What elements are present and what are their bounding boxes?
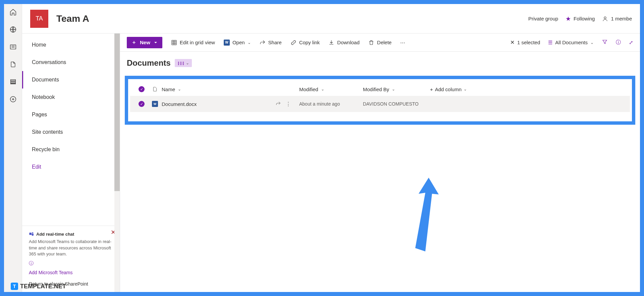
- nav-site-contents[interactable]: Site contents: [22, 123, 120, 141]
- following-button[interactable]: ★ Following: [566, 15, 595, 22]
- more-row-icon[interactable]: ⋮: [286, 101, 291, 107]
- file-icon[interactable]: [9, 60, 17, 68]
- site-logo[interactable]: TA: [30, 10, 48, 28]
- svg-rect-11: [29, 233, 32, 235]
- home-icon[interactable]: [9, 8, 17, 16]
- selection-clear[interactable]: ✕ 1 selected: [510, 39, 540, 46]
- expand-icon[interactable]: ⤢: [629, 40, 633, 46]
- chevron-down-icon: ⌄: [248, 40, 251, 45]
- word-doc-icon: W: [152, 101, 158, 107]
- ellipsis-icon: ⋯: [400, 40, 405, 46]
- selected-label: 1 selected: [517, 40, 540, 45]
- nav-recycle-bin[interactable]: Recycle bin: [22, 141, 120, 158]
- delete-label: Delete: [377, 40, 391, 45]
- svg-rect-13: [172, 40, 176, 45]
- edit-grid-label: Edit in grid view: [180, 40, 215, 45]
- download-label: Download: [337, 40, 360, 45]
- chevron-down-icon: ⌄: [178, 87, 181, 92]
- grid-icon: [171, 40, 177, 46]
- nav-notebook[interactable]: Notebook: [22, 88, 120, 106]
- scrollbar-thumb[interactable]: [114, 34, 120, 191]
- chevron-down-icon: ⌄: [392, 87, 395, 92]
- list-icon[interactable]: [9, 78, 17, 86]
- command-bar: ＋ New Edit in grid view W Open ⌄: [120, 34, 640, 52]
- teams-icon: [29, 231, 34, 237]
- new-label: New: [140, 40, 150, 45]
- star-icon: ★: [566, 15, 571, 22]
- row-check[interactable]: ✓: [139, 101, 145, 107]
- trash-icon: [368, 40, 374, 46]
- modified-column-header[interactable]: Modified⌄: [299, 86, 363, 92]
- file-type-header-icon[interactable]: [148, 86, 162, 92]
- members-button[interactable]: 1 membe: [602, 16, 632, 22]
- view-icon: ☰: [548, 40, 552, 46]
- share-button[interactable]: Share: [260, 40, 282, 46]
- promo-desc: Add Microsoft Teams to collaborate in re…: [29, 239, 113, 257]
- chevron-down-icon: [154, 41, 158, 45]
- nav-pages[interactable]: Pages: [22, 106, 120, 123]
- following-label: Following: [574, 16, 595, 21]
- promo-title-text: Add real-time chat: [36, 232, 74, 237]
- svg-rect-6: [10, 83, 15, 84]
- site-header: TA Team A Private group ★ Following 1 me…: [22, 4, 640, 34]
- new-button[interactable]: ＋ New: [127, 37, 162, 48]
- view-label: All Documents: [555, 40, 588, 45]
- nav-edit[interactable]: Edit: [22, 158, 120, 176]
- more-button[interactable]: ⋯: [400, 40, 405, 46]
- file-name[interactable]: Document.docx: [162, 101, 197, 107]
- svg-point-10: [604, 17, 606, 19]
- x-icon: ✕: [510, 39, 515, 46]
- watermark-text: TEMPLATE.NET: [20, 283, 66, 290]
- left-nav: Home Conversations Documents Notebook Pa…: [22, 34, 120, 292]
- site-title: Team A: [56, 13, 528, 24]
- share-row-icon[interactable]: [276, 101, 281, 107]
- members-label: 1 membe: [611, 16, 632, 21]
- download-icon: [328, 40, 334, 46]
- globe-icon[interactable]: [9, 25, 17, 34]
- library-badge[interactable]: ⫿⫿⫿ ⌄: [175, 59, 192, 67]
- news-icon[interactable]: [9, 43, 17, 51]
- app-rail: [4, 4, 22, 292]
- add-icon[interactable]: [9, 95, 17, 103]
- document-table-highlighted: ✓ Name⌄ Modified⌄ Modified By⌄ +Add colu…: [125, 76, 635, 125]
- info-icon[interactable]: ⓘ: [616, 39, 621, 46]
- share-label: Share: [268, 40, 282, 45]
- copy-link-button[interactable]: Copy link: [290, 40, 320, 46]
- chevron-down-icon: ⌄: [186, 61, 189, 65]
- copy-label: Copy link: [299, 40, 320, 45]
- teams-promo: ✕ Add real-time chat Add Microsoft Teams…: [22, 226, 120, 292]
- nav-conversations[interactable]: Conversations: [22, 54, 120, 71]
- edit-grid-button[interactable]: Edit in grid view: [171, 40, 215, 46]
- info-icon[interactable]: ⓘ: [29, 260, 34, 267]
- table-row[interactable]: ✓ W Document.docx ⋮ About a minute ago D…: [130, 96, 630, 112]
- plus-icon: ＋: [131, 39, 137, 46]
- modified-by-column-header[interactable]: Modified By⌄: [363, 86, 430, 92]
- svg-rect-4: [10, 80, 15, 81]
- open-label: Open: [232, 40, 245, 45]
- add-column-button[interactable]: +Add column⌄: [430, 86, 467, 92]
- select-all-check[interactable]: ✓: [139, 86, 145, 92]
- library-title: Documents: [127, 58, 171, 68]
- link-icon: [290, 40, 297, 46]
- svg-point-12: [32, 232, 33, 234]
- word-icon: W: [224, 40, 230, 46]
- delete-button[interactable]: Delete: [368, 40, 391, 46]
- person-icon: [602, 16, 608, 22]
- view-selector[interactable]: ☰ All Documents ⌄: [548, 40, 594, 46]
- open-button[interactable]: W Open ⌄: [224, 40, 251, 46]
- nav-home[interactable]: Home: [22, 36, 120, 54]
- table-header: ✓ Name⌄ Modified⌄ Modified By⌄ +Add colu…: [130, 82, 630, 96]
- watermark-badge-icon: T: [11, 283, 18, 290]
- name-column-header[interactable]: Name⌄: [162, 86, 276, 92]
- filter-icon[interactable]: [602, 39, 608, 46]
- svg-rect-5: [10, 81, 15, 83]
- chevron-down-icon: ⌄: [464, 87, 467, 92]
- plus-icon: +: [430, 86, 433, 92]
- annotation-arrow: [409, 178, 449, 255]
- download-button[interactable]: Download: [328, 40, 360, 46]
- add-teams-link[interactable]: Add Microsoft Teams: [29, 270, 72, 275]
- chevron-down-icon: ⌄: [321, 87, 324, 92]
- library-icon: ⫿⫿⫿: [177, 60, 184, 66]
- svg-rect-1: [10, 45, 16, 49]
- nav-documents[interactable]: Documents: [22, 71, 120, 88]
